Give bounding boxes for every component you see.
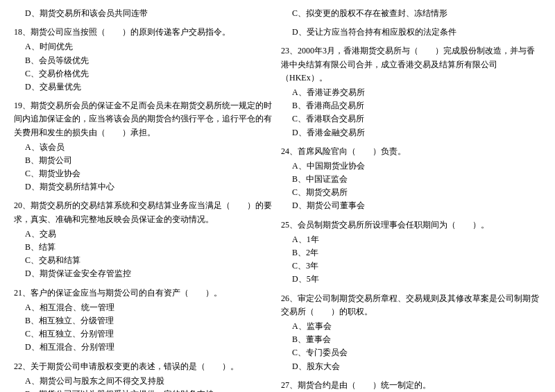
q19-option-c: C、期货业协会 bbox=[14, 167, 274, 180]
q26-title: 26、审定公司制期货交易所章程、交易规则及其修改草案是公司制期货交易所（ ）的职… bbox=[281, 292, 541, 318]
q25-title: 25、会员制期货交易所所设理事会任职期间为（ ）。 bbox=[281, 219, 541, 232]
question-22: 22、关于期货公司申请股权变更的表述，错误的是（ ）。 A、期货公司与股东之间不… bbox=[14, 360, 274, 393]
q23-option-a: A、香港证券交易所 bbox=[281, 86, 541, 99]
q25-option-c: C、3年 bbox=[281, 259, 541, 273]
q24-option-c: C、期货交易所 bbox=[281, 186, 541, 199]
q22-option-b: B、期货公司可以为股权受让方提供一定的财务支持 bbox=[14, 388, 274, 392]
q21-option-a: A、相互混合、统一管理 bbox=[14, 301, 274, 314]
question-d-prev: D、期货交易所和该会员共同连带 bbox=[14, 7, 274, 20]
q24-option-a: A、中国期货业协会 bbox=[281, 160, 541, 173]
q18-option-b: B、会员等级优先 bbox=[14, 54, 274, 67]
q25-option-d: D、5年 bbox=[281, 273, 541, 286]
question-19: 19、期货交易所会员的保证金不足而会员未在期货交易所统一规定的时间内追加保证金的… bbox=[14, 99, 274, 194]
option-d-prev: D、期货交易所和该会员共同连带 bbox=[14, 7, 274, 20]
q23-title: 23、2000年3月，香港期货交易所与（ ）完成股份制改造，并与香港中央结算有限… bbox=[281, 44, 541, 85]
q21-option-b: B、相互独立、分级管理 bbox=[14, 314, 274, 327]
q22-option-a: A、期货公司与股东之间不得交叉持股 bbox=[14, 375, 274, 388]
q21-option-c: C、相互独立、分别管理 bbox=[14, 327, 274, 341]
q19-option-b: B、期货公司 bbox=[14, 154, 274, 167]
question-18: 18、期货公司应当按照（ ）的原则传递客户交易指令。 A、时间优先 B、会员等级… bbox=[14, 26, 274, 94]
q20-option-d: D、期货保证金安全存管监控 bbox=[14, 267, 274, 280]
q19-option-a: A、该会员 bbox=[14, 141, 274, 154]
q20-title: 20、期货交易所的交易结算系统和交易结算业务应当满足（ ）的要求，真实、准确和完… bbox=[14, 199, 274, 225]
q25-option-b: B、2年 bbox=[281, 246, 541, 259]
question-c-prev: C、拟变更的股权不存在被查封、冻结情形 bbox=[281, 7, 541, 20]
q26-option-c: C、专门委员会 bbox=[281, 346, 541, 359]
question-d-prev2: D、受让方应当符合持有相应股权的法定条件 bbox=[281, 26, 541, 39]
q18-option-d: D、交易量优先 bbox=[14, 80, 274, 94]
q19-title: 19、期货交易所会员的保证金不足而会员未在期货交易所统一规定的时间内追加保证金的… bbox=[14, 99, 274, 139]
q26-option-a: A、监事会 bbox=[281, 320, 541, 333]
q26-option-b: B、董事会 bbox=[281, 333, 541, 346]
q21-option-d: D、相互混合、分别管理 bbox=[14, 341, 274, 354]
question-24: 24、首席风险官向（ ）负责。 A、中国期货业协会 B、中国证监会 C、期货交易… bbox=[281, 145, 541, 213]
q23-option-d: D、香港金融交易所 bbox=[281, 126, 541, 139]
q26-option-d: D、股东大会 bbox=[281, 360, 541, 373]
question-21: 21、客户的保证金应当与期货公司的自有资产（ ）。 A、相互混合、统一管理 B、… bbox=[14, 287, 274, 355]
question-20: 20、期货交易所的交易结算系统和交易结算业务应当满足（ ）的要求，真实、准确和完… bbox=[14, 199, 274, 280]
q20-option-a: A、交易 bbox=[14, 228, 274, 241]
q18-option-c: C、交易价格优先 bbox=[14, 67, 274, 80]
q24-option-b: B、中国证监会 bbox=[281, 173, 541, 186]
q19-option-d: D、期货交易所结算中心 bbox=[14, 180, 274, 194]
q24-option-d: D、期货公司董事会 bbox=[281, 199, 541, 212]
q24-title: 24、首席风险官向（ ）负责。 bbox=[281, 145, 541, 158]
q20-option-c: C、交易和结算 bbox=[14, 254, 274, 267]
q23-option-b: B、香港商品交易所 bbox=[281, 99, 541, 112]
question-27: 27、期货合约是由（ ）统一制定的。 bbox=[281, 379, 541, 392]
question-23: 23、2000年3月，香港期货交易所与（ ）完成股份制改造，并与香港中央结算有限… bbox=[281, 44, 541, 139]
q18-option-a: A、时间优先 bbox=[14, 40, 274, 53]
q25-option-a: A、1年 bbox=[281, 233, 541, 246]
q21-title: 21、客户的保证金应当与期货公司的自有资产（ ）。 bbox=[14, 287, 274, 300]
left-column: D、期货交易所和该会员共同连带 18、期货公司应当按照（ ）的原则传递客户交易指… bbox=[14, 7, 274, 392]
right-column: C、拟变更的股权不存在被查封、冻结情形 D、受让方应当符合持有相应股权的法定条件… bbox=[281, 7, 541, 392]
question-26: 26、审定公司制期货交易所章程、交易规则及其修改草案是公司制期货交易所（ ）的职… bbox=[281, 292, 541, 373]
q20-option-b: B、结算 bbox=[14, 241, 274, 254]
q18-title: 18、期货公司应当按照（ ）的原则传递客户交易指令。 bbox=[14, 26, 274, 39]
q23-option-c: C、香港联合交易所 bbox=[281, 112, 541, 126]
option-d-prev2: D、受让方应当符合持有相应股权的法定条件 bbox=[281, 26, 541, 39]
question-25: 25、会员制期货交易所所设理事会任职期间为（ ）。 A、1年 B、2年 C、3年… bbox=[281, 219, 541, 287]
q22-title: 22、关于期货公司申请股权变更的表述，错误的是（ ）。 bbox=[14, 360, 274, 373]
q27-title: 27、期货合约是由（ ）统一制定的。 bbox=[281, 379, 541, 392]
option-c-prev: C、拟变更的股权不存在被查封、冻结情形 bbox=[281, 7, 541, 20]
